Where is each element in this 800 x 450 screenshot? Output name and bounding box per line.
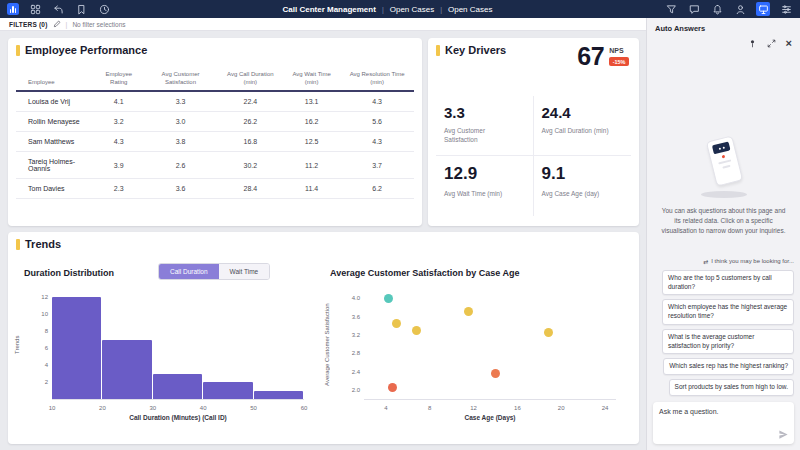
filters-separator: | [66, 21, 68, 28]
card-title-text: Trends [25, 238, 61, 250]
histogram-bar[interactable] [52, 297, 101, 399]
table-row[interactable]: Sam Matthews4.33.816.812.54.3 [16, 132, 414, 152]
robot-body [706, 135, 743, 186]
column-header[interactable]: Employee Rating [94, 68, 143, 91]
suggestion-chip[interactable]: Which sales rep has the highest ranking? [663, 358, 794, 375]
key-drivers-title: Key Drivers [436, 44, 506, 56]
histogram-bar[interactable] [153, 374, 202, 399]
x-tick-label: 16 [514, 405, 521, 411]
scatter-point[interactable] [412, 326, 421, 335]
table-cell: 4.3 [94, 132, 143, 152]
table-cell: 11.4 [283, 179, 340, 199]
table-cell: Tareiq Holmes-Oannis [16, 152, 94, 179]
table-cell: 6.2 [340, 179, 414, 199]
settings-sliders-icon[interactable] [779, 2, 793, 16]
column-header[interactable]: Avg Wait Time (min) [283, 68, 340, 91]
scatter-point[interactable] [388, 383, 397, 392]
nps-side: NPS -15% [609, 44, 629, 66]
user-icon[interactable] [733, 2, 747, 16]
histogram-y-axis-label: Trends [14, 290, 20, 400]
nps-value: 67 [577, 44, 604, 69]
toggle-wait-time[interactable]: Wait Time [219, 264, 270, 279]
navbar-right [664, 2, 793, 16]
metric-cell[interactable]: 3.3Avg Customer Satisfaction [436, 96, 534, 156]
table-row[interactable]: Tom Davies2.33.628.411.46.2 [16, 179, 414, 199]
apps-grid-icon[interactable] [28, 2, 42, 16]
table-row[interactable]: Tareiq Holmes-Oannis3.92.630.211.23.7 [16, 152, 414, 179]
breadcrumb-item[interactable]: Open Cases [390, 5, 434, 14]
refresh-icon[interactable]: ⇄ [703, 258, 708, 265]
question-input[interactable] [653, 402, 794, 444]
comment-icon[interactable] [687, 2, 701, 16]
suggestion-chip[interactable]: What is the average customer satisfactio… [662, 329, 794, 355]
breadcrumb: Call Center Management|Open Cases|Open C… [111, 5, 664, 14]
metric-cell[interactable]: 9.1Avg Case Age (day) [534, 156, 632, 216]
scatter-point[interactable] [392, 319, 401, 328]
employee-performance-card: Employee Performance EmployeeEmployee Ra… [8, 38, 422, 226]
duration-histogram-plot: 24681012102030405060 [52, 290, 304, 400]
trends-card: Trends Duration Distribution Call Durati… [8, 232, 639, 444]
suggestions-header: ⇄ I think you may be looking for... [703, 258, 794, 265]
expand-icon[interactable] [767, 39, 776, 48]
table-cell: 4.3 [340, 91, 414, 112]
y-tick-label: 2.4 [352, 369, 360, 375]
scatter-point[interactable] [464, 307, 473, 316]
column-header[interactable]: Avg Customer Satisfaction [143, 68, 217, 91]
table-cell: 3.9 [94, 152, 143, 179]
auto-answers-monitor-icon[interactable] [756, 2, 770, 16]
filters-label[interactable]: FILTERS (0) [9, 21, 48, 28]
card-accent-icon [436, 45, 440, 56]
suggestions-header-text: I think you may be looking for... [711, 258, 794, 264]
histogram-bar[interactable] [254, 391, 303, 399]
scatter-y-axis-label: Average Customer Satisfaction [324, 290, 330, 400]
edit-filters-icon[interactable] [53, 20, 61, 28]
app-logo[interactable] [7, 3, 19, 15]
table-cell: 4.3 [340, 132, 414, 152]
metric-value: 24.4 [542, 104, 628, 121]
filter-icon[interactable] [664, 2, 678, 16]
x-tick-label: 10 [49, 405, 56, 411]
metric-cell[interactable]: 12.9Avg Wait Time (min) [436, 156, 534, 216]
share-icon[interactable] [51, 2, 65, 16]
suggestion-list: ⇄ I think you may be looking for... Who … [653, 268, 794, 396]
bell-icon[interactable] [710, 2, 724, 16]
pin-icon[interactable] [748, 39, 757, 48]
send-icon[interactable] [778, 429, 789, 440]
metric-label: Avg Customer Satisfaction [444, 126, 516, 144]
breadcrumb-item[interactable]: Call Center Management [283, 5, 376, 14]
close-icon[interactable]: × [786, 38, 792, 49]
histogram-bar[interactable] [203, 382, 252, 399]
suggestion-chip[interactable]: Sort products by sales from high to low. [669, 379, 794, 396]
scatter-point[interactable] [544, 328, 553, 337]
filters-status: No filter selections [72, 21, 125, 28]
robot-line [722, 165, 730, 169]
card-title-text: Employee Performance [25, 44, 147, 56]
table-cell: 26.2 [218, 112, 283, 132]
assistant-illustration [689, 136, 759, 198]
table-cell: 3.3 [143, 91, 217, 112]
y-tick-label: 12 [41, 294, 48, 300]
table-row[interactable]: Louisa de Vrij4.13.322.413.14.3 [16, 91, 414, 112]
suggestion-chip[interactable]: Which employee has the highest average r… [662, 299, 794, 325]
key-drivers-grid: 3.3Avg Customer Satisfaction24.4Avg Call… [436, 96, 631, 216]
robot-dot [722, 155, 726, 159]
bookmark-icon[interactable] [74, 2, 88, 16]
metric-label: Avg Call Duration (min) [542, 126, 614, 135]
column-header[interactable]: Avg Resolution Time (min) [340, 68, 414, 91]
histogram-bar[interactable] [102, 340, 151, 399]
column-header[interactable]: Avg Call Duration (min) [218, 68, 283, 91]
toggle-call-duration[interactable]: Call Duration [159, 264, 219, 279]
metric-cell[interactable]: 24.4Avg Call Duration (min) [534, 96, 632, 156]
scatter-point[interactable] [384, 294, 393, 303]
y-tick-label: 3.6 [352, 314, 360, 320]
history-icon[interactable] [97, 2, 111, 16]
suggestion-chip[interactable]: Who are the top 5 customers by call dura… [662, 270, 794, 296]
filters-bar[interactable]: FILTERS (0) | No filter selections [0, 18, 646, 31]
x-tick-label: 30 [149, 405, 156, 411]
column-header[interactable]: Employee [16, 68, 94, 91]
nps-block[interactable]: 67 NPS -15% [577, 44, 629, 69]
table-row[interactable]: Rollin Menayese3.23.026.216.25.6 [16, 112, 414, 132]
scatter-point[interactable] [491, 369, 500, 378]
x-tick-label: 20 [558, 405, 565, 411]
breadcrumb-item[interactable]: Open Cases [448, 5, 492, 14]
